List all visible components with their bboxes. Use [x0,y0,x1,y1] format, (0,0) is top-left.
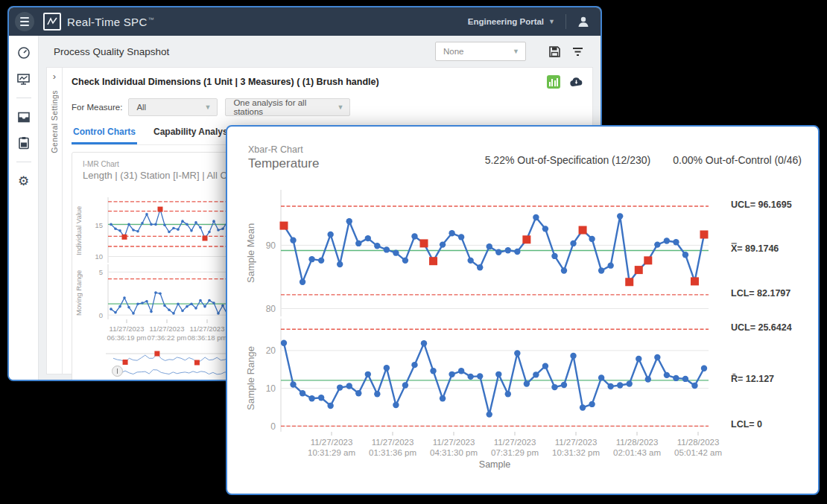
sample-point[interactable] [194,307,197,310]
bar-chart-icon[interactable] [547,75,560,89]
sample-point[interactable] [208,231,211,234]
out-of-spec-point[interactable] [625,278,633,286]
sample-point[interactable] [607,383,613,389]
sample-point[interactable] [318,258,324,264]
sample-point[interactable] [308,256,314,262]
sample-point[interactable] [145,213,148,216]
out-of-spec-point[interactable] [420,239,428,247]
out-of-spec-point[interactable] [579,226,587,235]
sample-point[interactable] [110,223,113,226]
sample-point[interactable] [118,229,121,232]
sample-point[interactable] [132,312,135,315]
hamburger-menu-icon[interactable] [15,12,34,31]
sample-point[interactable] [589,401,595,407]
sample-point[interactable] [514,350,520,356]
sample-point[interactable] [664,372,670,378]
sample-point[interactable] [181,310,184,313]
sample-point[interactable] [221,228,224,231]
sample-point[interactable] [598,374,604,380]
sample-point[interactable] [141,302,144,304]
sample-point[interactable] [337,261,343,267]
monitor-chart-icon[interactable] [16,71,31,86]
sample-point[interactable] [308,395,314,401]
sample-point[interactable] [141,222,144,225]
sample-point[interactable] [495,249,501,255]
filter-icon[interactable] [571,46,584,57]
sample-point[interactable] [221,304,224,307]
sample-point[interactable] [384,246,390,252]
sample-range-chart[interactable]: 0102011/27/202310:31:29 am11/27/202301:3… [263,319,725,465]
cloud-download-icon[interactable] [569,77,583,87]
sample-point[interactable] [145,300,148,303]
sample-point[interactable] [337,384,343,390]
sample-point[interactable] [346,218,352,224]
sample-point[interactable] [449,230,454,236]
sample-point[interactable] [190,229,193,232]
preset-select[interactable]: None ▼ [435,42,526,61]
sample-point[interactable] [458,234,464,240]
sample-point[interactable] [136,302,139,305]
sample-point[interactable] [607,262,613,268]
sample-point[interactable] [300,279,305,285]
sample-point[interactable] [181,220,184,223]
out-of-spec-point[interactable] [644,256,652,264]
sample-point[interactable] [365,235,371,241]
sample-point[interactable] [467,374,473,380]
sample-point[interactable] [467,258,473,264]
sample-point[interactable] [570,240,576,246]
sample-point[interactable] [318,395,324,401]
sample-point[interactable] [168,231,171,234]
sample-point[interactable] [172,312,175,315]
sample-point[interactable] [374,391,380,397]
sample-point[interactable] [290,381,296,387]
gear-icon[interactable]: ⚙ [18,173,29,188]
sample-point[interactable] [673,375,679,381]
sample-point[interactable] [411,233,417,239]
out-of-spec-point[interactable] [635,266,643,274]
sample-point[interactable] [580,404,586,410]
sample-point[interactable] [682,376,688,382]
sample-point[interactable] [217,312,220,315]
sample-point[interactable] [118,305,121,308]
sample-point[interactable] [402,382,408,388]
sample-point[interactable] [127,223,130,226]
sample-point[interactable] [533,371,539,377]
archive-icon[interactable] [17,109,31,124]
sample-point[interactable] [172,227,175,230]
clipboard-icon[interactable] [18,135,30,150]
sample-point[interactable] [114,311,117,314]
sample-point[interactable] [402,258,408,264]
sample-point[interactable] [421,340,427,346]
sample-point[interactable] [505,391,511,397]
sample-point[interactable] [374,243,380,249]
sample-mean-chart[interactable]: 9080 [263,190,725,316]
sample-point[interactable] [177,302,180,305]
sample-point[interactable] [327,403,333,409]
sample-point[interactable] [365,371,371,377]
sample-point[interactable] [487,411,492,417]
sample-point[interactable] [217,229,220,232]
sample-point[interactable] [127,306,130,309]
measure-select[interactable]: All ▼ [128,98,218,116]
sample-point[interactable] [136,230,139,233]
sample-point[interactable] [654,354,660,360]
sample-point[interactable] [208,299,211,302]
sample-point[interactable] [186,305,188,308]
sample-point[interactable] [617,213,623,219]
user-icon[interactable] [577,15,590,28]
gauge-icon[interactable] [17,45,31,60]
portal-dropdown[interactable]: Engineering Portal ▼ [468,17,555,26]
sample-point[interactable] [199,299,202,302]
sample-point[interactable] [430,368,436,374]
sample-point[interactable] [346,383,352,389]
save-icon[interactable] [548,45,561,58]
sample-point[interactable] [654,241,660,247]
sample-point[interactable] [203,305,206,308]
sample-point[interactable] [691,383,697,389]
sample-point[interactable] [212,302,215,304]
sample-point[interactable] [154,291,157,294]
tab-capability-analysis[interactable]: Capability Analysis [152,127,237,144]
sample-point[interactable] [617,382,623,388]
sample-point[interactable] [505,247,511,253]
sample-point[interactable] [682,252,688,258]
